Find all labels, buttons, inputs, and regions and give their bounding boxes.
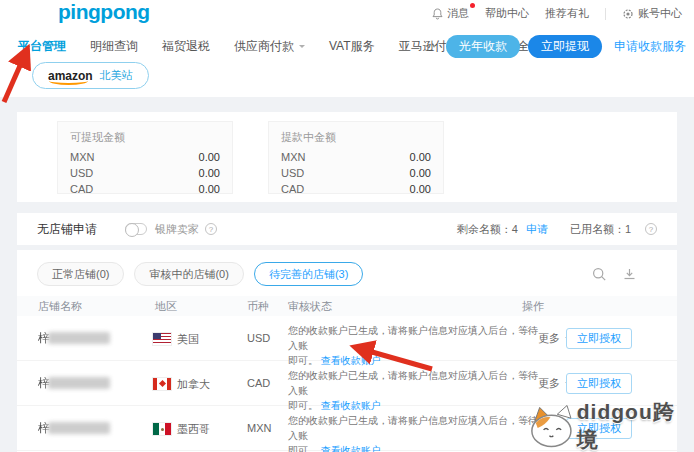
store-tabs: 正常店铺(0) 审核中的店铺(0) 待完善的店铺(3) — [17, 250, 677, 296]
question-circle-icon[interactable]: ? — [645, 223, 657, 235]
account-center-label: 账号中心 — [638, 6, 682, 21]
nav-actions: 光年收款 立即提现 申请收款服务 — [446, 32, 686, 60]
apply-receive-service-link[interactable]: 申请收款服务 — [614, 38, 686, 55]
gear-icon — [622, 8, 634, 20]
pingpong-logo[interactable]: pingpong — [58, 0, 150, 24]
us-flag-icon — [153, 333, 171, 345]
tab-reviewing-stores[interactable]: 审核中的店铺(0) — [134, 262, 243, 286]
quota-remaining-label: 剩余名额：4 — [457, 222, 518, 237]
table-row: 梓 美国 USD 您的收款账户已生成，请将账户信息对应填入后台，等待入账 即可。… — [17, 316, 677, 361]
balance-row: USD0.00 — [70, 165, 220, 181]
notification-badge — [470, 3, 475, 8]
no-store-application-card: 无店铺申请 银牌卖家 ? 剩余名额：4 申请 已用名额：1 ? — [17, 213, 677, 245]
col-review-status: 审核状态 — [288, 299, 332, 314]
col-region: 地区 — [155, 299, 177, 314]
amazon-logo: amazon — [48, 69, 93, 83]
balances-card: 可提现金额 MXN0.00 USD0.00 CAD0.00 提款中金额 MXN0… — [17, 112, 677, 202]
help-center-label: 帮助中心 — [485, 6, 529, 21]
store-name-redaction — [48, 422, 110, 434]
messages-link[interactable]: 消息 — [432, 6, 469, 21]
account-center-link[interactable]: 账号中心 — [622, 6, 682, 21]
mascot-icon — [526, 403, 577, 449]
region-label: 墨西哥 — [177, 422, 210, 437]
balance-row: CAD0.00 — [70, 181, 220, 197]
balance-row: MXN0.00 — [281, 149, 431, 165]
referral-link[interactable]: 推荐有礼 — [545, 6, 589, 21]
withdraw-now-button[interactable]: 立即提现 — [528, 35, 602, 58]
chevron-down-icon — [299, 45, 305, 51]
platform-badge-row: amazon 北美站 — [32, 62, 149, 89]
referral-label: 推荐有礼 — [545, 6, 589, 21]
topbar-right-menu: 消息 帮助中心 推荐有礼 账号中心 — [432, 6, 682, 21]
nav-item-platform-management[interactable]: 平台管理 — [18, 38, 66, 55]
view-receive-account-link[interactable]: 查看收款账户 — [321, 445, 381, 452]
apply-link[interactable]: 申请 — [526, 222, 548, 237]
col-currency: 币种 — [247, 299, 269, 314]
table-header: 店铺名称 地区 币种 审核状态 操作 — [17, 296, 677, 316]
topbar-divider — [605, 8, 606, 20]
help-center-link[interactable]: 帮助中心 — [485, 6, 529, 21]
authorize-now-button[interactable]: 立即授权 — [566, 328, 632, 349]
region-label: 美国 — [177, 332, 199, 347]
canada-flag-icon — [153, 378, 171, 390]
quota-info: 剩余名额：4 申请 已用名额：1 ? — [457, 222, 657, 237]
withdrawable-balance-panel: 可提现金额 MXN0.00 USD0.00 CAD0.00 — [57, 121, 233, 194]
store-name-redaction — [48, 332, 110, 344]
review-status-text: 您的收款账户已生成，请将账户信息对应填入后台，等待入账 即可。 查看收款账户 — [288, 413, 538, 452]
no-store-application-title: 无店铺申请 — [37, 221, 97, 238]
tab-normal-stores[interactable]: 正常店铺(0) — [37, 262, 124, 286]
store-name-redaction — [48, 377, 110, 389]
balance-row: MXN0.00 — [70, 149, 220, 165]
messages-label: 消息 — [447, 6, 469, 21]
mexico-flag-icon — [153, 423, 171, 435]
nav-item-supplier-payment[interactable]: 供应商付款 — [234, 38, 305, 55]
tab-pending-stores[interactable]: 待完善的店铺(3) — [254, 262, 363, 286]
amazon-na-platform-pill[interactable]: amazon 北美站 — [32, 62, 149, 89]
nav-item-fumao-tax-refund[interactable]: 福贸退税 — [162, 38, 210, 55]
panel-title: 提款中金额 — [281, 130, 431, 145]
platform-site-label: 北美站 — [100, 68, 133, 83]
guangnian-receive-button[interactable]: 光年收款 — [446, 35, 520, 58]
col-store-name: 店铺名称 — [38, 299, 82, 314]
col-action: 操作 — [522, 299, 544, 314]
top-bar: pingpong 消息 帮助中心 推荐有礼 账号中心 — [0, 0, 694, 28]
withdrawing-balance-panel: 提款中金额 MXN0.00 USD0.00 CAD0.00 — [268, 121, 444, 194]
main-nav: 平台管理 明细查询 福贸退税 供应商付款 VAT服务 亚马逊付款服务 全部服务 … — [0, 32, 694, 60]
pingpong-dashboard: pingpong 消息 帮助中心 推荐有礼 账号中心 平台管理 明细查询 — [0, 0, 694, 452]
currency-label: MXN — [247, 422, 271, 434]
search-icon[interactable] — [592, 267, 607, 282]
didgou-watermark: didgou跨境 — [526, 398, 694, 452]
quota-used-label: 已用名额：1 — [570, 222, 631, 237]
nav-item-vat-service[interactable]: VAT服务 — [329, 38, 375, 55]
download-icon[interactable] — [622, 267, 637, 282]
currency-label: USD — [247, 332, 270, 344]
authorize-now-button[interactable]: 立即授权 — [566, 373, 632, 394]
bell-icon — [432, 8, 443, 20]
region-label: 加拿大 — [177, 377, 210, 392]
nav-item-detail-query[interactable]: 明细查询 — [90, 38, 138, 55]
question-circle-icon[interactable]: ? — [205, 223, 217, 235]
silver-seller-label: 银牌卖家 — [155, 222, 199, 237]
balance-row: USD0.00 — [281, 165, 431, 181]
balance-row: CAD0.00 — [281, 181, 431, 197]
table-tools — [592, 267, 637, 282]
watermark-text: didgou跨境 — [577, 398, 694, 452]
panel-title: 可提现金额 — [70, 130, 220, 145]
currency-label: CAD — [247, 377, 270, 389]
silver-seller-toggle[interactable] — [125, 223, 147, 235]
